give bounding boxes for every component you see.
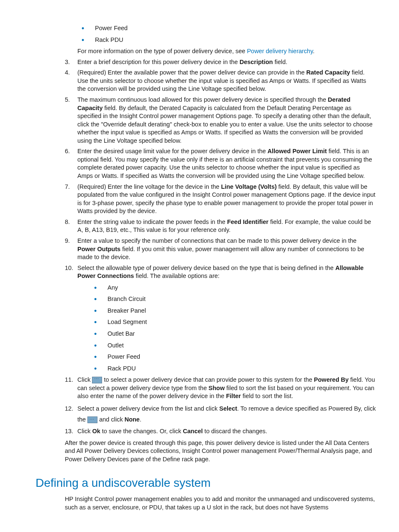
field-name: Feed Identifier [227,218,269,225]
document-body: Power Feed Rack PDU For more information… [65,24,376,511]
text: Select a power delivery device from the … [77,405,219,412]
field-name: Cancel [183,428,203,434]
step-8: Enter the string value to indicate the p… [65,218,376,234]
list-item: Power Feed [82,24,376,33]
options-list: Any Branch Circuit Breaker Panel Load Se… [77,284,376,373]
step-5: The maximum continuous load allowed for … [65,96,376,145]
text: field. If you omit this value, power man… [77,246,364,261]
text: Enter a value to specify the number of c… [77,237,356,244]
field-name: Power Outputs [77,246,120,252]
field-name: None [125,416,140,423]
step-13: Click Ok to save the changes. Or, click … [65,427,376,436]
text: field. By default, the Derated Capacity … [77,105,373,144]
field-name: Filter [226,393,240,399]
field-name: Rated Capacity [306,69,350,76]
text: Click [77,376,92,383]
field-name: Select [219,405,237,412]
text: (Required) Enter the available power tha… [77,69,306,76]
field-name: Allowed Power Limit [268,148,327,154]
power-delivery-hierarchy-link[interactable]: Power delivery hierarchy [247,48,313,54]
list-item: Power Feed [94,353,376,361]
text: For more information on the type of powe… [77,48,247,54]
browse-icon [92,377,102,383]
text: field. The available options are: [134,272,219,279]
text: . [140,416,141,423]
step-12: Select a power delivery device from the … [65,403,376,425]
top-bullet-list: Power Feed Rack PDU [65,24,376,44]
text: The maximum continuous load allowed for … [77,96,328,103]
text: Enter the desired usage limit value for … [77,148,268,154]
field-name: Powered By [314,376,349,383]
text: Enter the string value to indicate the p… [77,218,227,225]
list-item: Load Segment [94,318,376,326]
list-item: Outlet [94,342,376,350]
field-name: Ok [92,428,100,434]
steps-list: Enter a brief description for this power… [65,58,376,436]
text: Click [77,428,92,434]
list-item: Branch Circuit [94,295,376,303]
text: Select the allowable type of power deliv… [77,265,335,271]
text: to discard the changes. [203,428,267,434]
list-item: Breaker Panel [94,307,376,315]
field-name: Line Voltage (Volts) [221,183,276,190]
step-10: Select the allowable type of power deliv… [65,264,376,373]
list-item: Any [94,284,376,292]
step-7: (Required) Enter the line voltage for th… [65,183,376,216]
step-11: Click to select a power delivery device … [65,376,376,401]
section-heading: Defining a undiscoverable system [36,475,376,491]
step-3: Enter a brief description for this power… [65,58,376,67]
after-paragraph: After the power device is created throug… [65,439,376,464]
text: (Required) Enter the line voltage for th… [77,183,221,190]
text: to save the changes. Or, click [100,428,183,434]
text: field. [273,59,287,65]
list-item: Rack PDU [94,365,376,373]
text: . [313,48,315,54]
step-4: (Required) Enter the available power tha… [65,69,376,93]
step-6: Enter the desired usage limit value for … [65,147,376,180]
list-item: Rack PDU [82,36,376,44]
section-paragraph: HP Insight Control power management enab… [65,495,376,511]
info-line: For more information on the type of powe… [77,47,376,56]
text: field to sort the list. [241,393,293,399]
field-name: Description [240,59,273,65]
text: and click [97,416,124,423]
text: Enter a brief description for this power… [77,59,240,65]
step-9: Enter a value to specify the number of c… [65,237,376,262]
field-name: Show [209,385,225,391]
text: to select a power delivery device that c… [102,376,314,383]
list-item: Outlet Bar [94,330,376,338]
browse-icon [87,416,97,423]
